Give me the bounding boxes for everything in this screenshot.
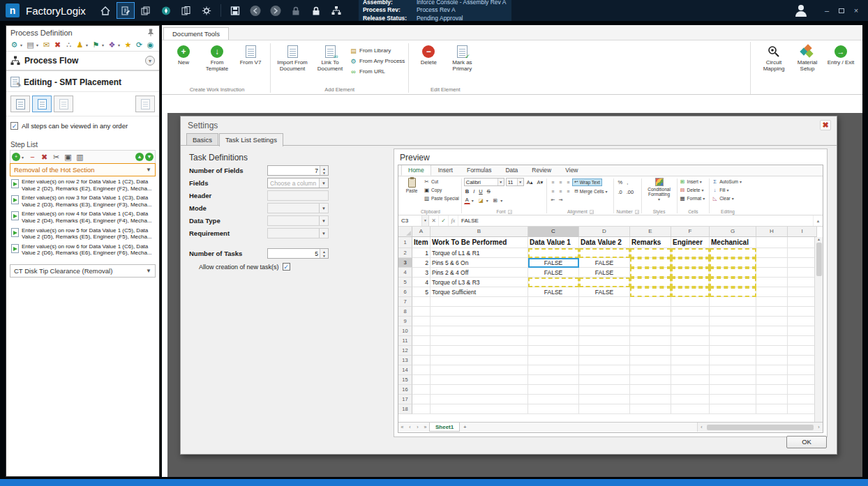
detach-document-button[interactable] bbox=[135, 96, 155, 112]
cell-F17[interactable] bbox=[671, 395, 710, 404]
cell-D5[interactable] bbox=[579, 278, 630, 287]
cell-B4[interactable]: Pins 2 & 4 Off bbox=[431, 268, 528, 278]
preview-document-button[interactable] bbox=[54, 96, 73, 112]
cell-I1[interactable] bbox=[788, 237, 817, 248]
cell-C12[interactable] bbox=[528, 346, 579, 356]
horizontal-scrollbar[interactable]: ‹ › bbox=[697, 423, 823, 432]
hierarchy-icon[interactable]: ∴ bbox=[63, 40, 74, 50]
selected-step-item[interactable]: Removal of the Hot Section ▼ bbox=[10, 163, 156, 176]
copy-button[interactable]: ▣Copy bbox=[424, 186, 459, 194]
chevron-down-icon[interactable]: ▼ bbox=[319, 179, 328, 188]
column-header-C[interactable]: C bbox=[528, 227, 579, 237]
row-header-15[interactable]: 15 bbox=[398, 375, 412, 385]
cell-A15[interactable] bbox=[412, 375, 431, 385]
pin-icon[interactable] bbox=[147, 29, 155, 37]
cell-C6[interactable]: FALSE bbox=[528, 287, 579, 297]
import-from-document-button[interactable]: Import From Document bbox=[274, 43, 310, 74]
cell-B5[interactable]: Torque of L3 & R3 bbox=[431, 278, 528, 287]
cell-G9[interactable] bbox=[710, 317, 756, 326]
spreadsheet-tab-insert[interactable]: Insert bbox=[431, 165, 460, 176]
chevron-down-icon[interactable]: ▼ bbox=[421, 215, 428, 226]
cell-E18[interactable] bbox=[630, 404, 671, 414]
cell-I4[interactable] bbox=[788, 268, 817, 278]
add-step-icon[interactable]: + bbox=[12, 153, 20, 161]
cell-I17[interactable] bbox=[788, 395, 817, 404]
cell-F5[interactable] bbox=[671, 278, 710, 287]
flag-icon[interactable]: ⚑ bbox=[91, 40, 101, 50]
from-library-button[interactable]: ▤From Library bbox=[350, 46, 405, 55]
allow-new-tasks-checkbox[interactable]: ✓ bbox=[283, 263, 290, 271]
cell-D10[interactable] bbox=[579, 326, 630, 336]
fill-color-button[interactable]: ◪ bbox=[477, 197, 485, 204]
user-account-icon[interactable] bbox=[793, 3, 809, 17]
document-editor-icon[interactable] bbox=[117, 2, 135, 19]
cell-C7[interactable] bbox=[528, 297, 579, 307]
cell-C16[interactable] bbox=[528, 385, 579, 395]
from-any-process-button[interactable]: ⚙From Any Process bbox=[350, 56, 405, 66]
delete-element-button[interactable]: − Delete bbox=[412, 43, 444, 68]
cell-C8[interactable] bbox=[528, 307, 579, 317]
cell-D6[interactable]: FALSE bbox=[579, 287, 630, 297]
styles-icon[interactable]: ❖ bbox=[107, 40, 117, 50]
cell-G6[interactable] bbox=[710, 287, 756, 297]
cell-G17[interactable] bbox=[710, 395, 756, 404]
sheet1-tab[interactable]: Sheet1 bbox=[429, 423, 460, 432]
link-to-document-button[interactable]: ∞ Link To Document bbox=[312, 43, 348, 74]
cell-D4[interactable]: FALSE bbox=[579, 268, 630, 278]
delete-step-icon[interactable]: ✖ bbox=[39, 152, 50, 162]
cell-A3[interactable]: 2 bbox=[412, 258, 431, 268]
paste-special-button[interactable]: ▥Paste Special bbox=[424, 195, 459, 202]
cell-C13[interactable] bbox=[528, 356, 579, 365]
cell-A8[interactable] bbox=[412, 307, 431, 317]
cell-F1[interactable]: Engineer bbox=[671, 237, 710, 248]
refresh-icon[interactable]: ⟳ bbox=[134, 40, 144, 50]
save-icon[interactable] bbox=[226, 2, 244, 19]
cell-E2[interactable] bbox=[630, 248, 671, 258]
cell-B12[interactable] bbox=[431, 346, 528, 356]
edit-document-button[interactable] bbox=[32, 96, 52, 112]
cell-G13[interactable] bbox=[710, 356, 756, 365]
row-header-4[interactable]: 4 bbox=[398, 268, 412, 278]
underline-button[interactable]: U bbox=[477, 188, 484, 195]
column-header-B[interactable]: B bbox=[431, 227, 528, 237]
cell-A13[interactable] bbox=[412, 356, 431, 365]
cell-F14[interactable] bbox=[671, 365, 710, 375]
cell-A10[interactable] bbox=[412, 326, 431, 336]
documents-stack-icon[interactable] bbox=[137, 2, 155, 19]
cell-F3[interactable] bbox=[671, 258, 710, 268]
cell-C1[interactable]: Data Value 1 bbox=[528, 237, 579, 248]
clear-button[interactable]: ◺Clear▾ bbox=[712, 195, 736, 202]
cell-E12[interactable] bbox=[630, 346, 671, 356]
spinner-arrows-icon[interactable]: ▲▼ bbox=[320, 249, 328, 258]
cell-E5[interactable] bbox=[630, 278, 671, 287]
cell-G16[interactable] bbox=[710, 385, 756, 395]
spinner-arrows-icon[interactable]: ▲▼ bbox=[320, 166, 328, 175]
ct-disk-step-item[interactable]: CT Disk Tip Clearance (Removal) ▼ bbox=[10, 264, 156, 278]
align-center-icon[interactable]: ≡ bbox=[557, 189, 563, 194]
step-list-item[interactable]: Enter value(s) on row 3 for Data Value 1… bbox=[10, 194, 156, 208]
cell-I10[interactable] bbox=[788, 326, 817, 336]
close-settings-icon[interactable]: ✖ bbox=[820, 120, 831, 130]
percent-style-icon[interactable]: % bbox=[616, 179, 624, 186]
bold-button[interactable]: B bbox=[464, 188, 470, 195]
align-left-icon[interactable]: ≡ bbox=[549, 189, 555, 194]
cell-E10[interactable] bbox=[630, 326, 671, 336]
paste-button[interactable]: Paste bbox=[402, 178, 421, 193]
remove-step-icon[interactable]: − bbox=[27, 152, 38, 162]
step-list-item[interactable]: Enter value(s) on row 2 for Data Value 1… bbox=[10, 178, 156, 192]
prev-sheet-icon[interactable]: ‹ bbox=[406, 425, 414, 430]
column-header-F[interactable]: F bbox=[671, 227, 710, 237]
info-icon[interactable]: ◉ bbox=[145, 40, 156, 50]
cell-F9[interactable] bbox=[671, 317, 710, 326]
row-header-11[interactable]: 11 bbox=[398, 336, 412, 346]
autosum-button[interactable]: ΣAutoSum▾ bbox=[712, 178, 744, 185]
cell-E8[interactable] bbox=[630, 307, 671, 317]
cell-D17[interactable] bbox=[579, 395, 630, 404]
cell-H12[interactable] bbox=[756, 346, 788, 356]
cell-B10[interactable] bbox=[431, 326, 528, 336]
vertical-scrollbar[interactable]: ▲ bbox=[814, 237, 823, 422]
restore-button[interactable] bbox=[835, 6, 848, 15]
cell-F11[interactable] bbox=[671, 336, 710, 346]
lock-icon[interactable] bbox=[307, 2, 325, 19]
cell-B3[interactable]: Pins 5 & 6 On bbox=[431, 258, 528, 268]
